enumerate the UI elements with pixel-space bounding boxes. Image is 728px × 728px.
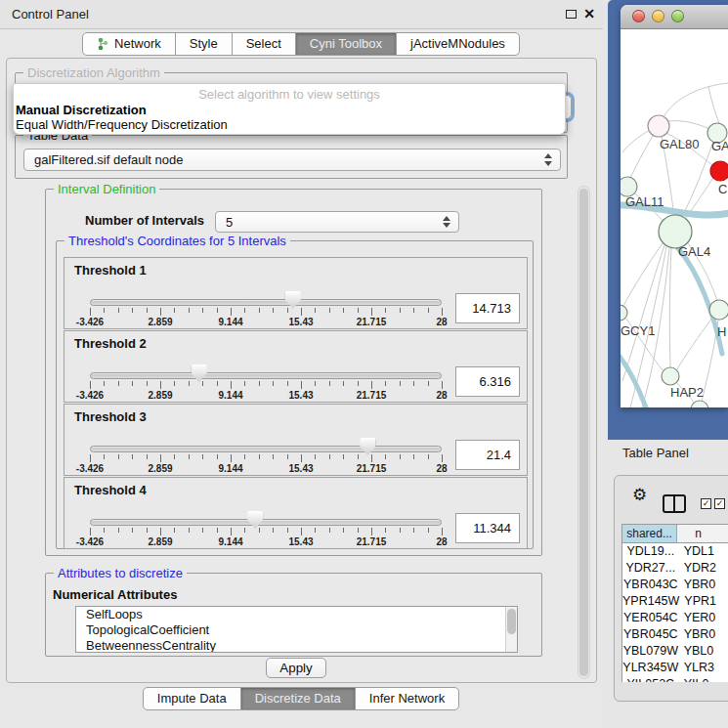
threshold-2-slider-thumb[interactable] xyxy=(192,364,207,382)
cell-name[interactable]: YDL1 xyxy=(679,543,728,560)
cell-name[interactable]: YER0 xyxy=(679,610,728,626)
threshold-3-value-field[interactable]: 21.4 xyxy=(455,440,520,470)
slider-tick xyxy=(287,308,288,313)
slider-tick xyxy=(385,528,386,533)
number-of-intervals-select[interactable]: 5 xyxy=(215,211,459,233)
cell-shared-name[interactable]: YER054C xyxy=(622,610,679,626)
numerical-attributes-list[interactable]: SelfLoopsTopologicalCoefficientBetweenne… xyxy=(75,606,518,653)
table-data-group: Table Data galFiltered.sif default node xyxy=(15,135,568,179)
attribute-list-item[interactable]: SelfLoops xyxy=(76,607,517,622)
threshold-4-value-field[interactable]: 11.344 xyxy=(455,513,520,543)
attribute-list-item[interactable]: BetweennessCentrality xyxy=(76,638,517,653)
slider-tick-label: 15.43 xyxy=(288,463,313,474)
threshold-1-value-field[interactable]: 14.713 xyxy=(455,293,520,323)
cell-shared-name[interactable]: YIL052C xyxy=(622,676,679,682)
table-row[interactable]: YDL19...YDL1 xyxy=(622,543,728,560)
tab-jactivemnodules[interactable]: jActiveMNodules xyxy=(396,32,520,56)
slider-tick-label: 21.715 xyxy=(357,390,387,401)
slider-tick xyxy=(343,454,344,459)
slider-tick xyxy=(132,454,133,459)
column-header-name[interactable]: n xyxy=(677,525,728,542)
threshold-2-value-field[interactable]: 6.316 xyxy=(455,366,520,397)
table-columns-icon[interactable] xyxy=(663,494,686,513)
column-header-shared[interactable]: shared... xyxy=(622,525,677,542)
network-node[interactable] xyxy=(709,300,728,320)
slider-tick xyxy=(287,381,288,386)
network-node-label: GA xyxy=(711,139,728,153)
cell-name[interactable]: YBR0 xyxy=(679,577,728,593)
checkbox-icon[interactable]: ✓ xyxy=(701,498,711,509)
content-scrollbar[interactable] xyxy=(578,186,590,679)
table-header-row: shared... n xyxy=(621,524,728,543)
tab-cyni-toolbox[interactable]: Cyni Toolbox xyxy=(295,32,397,56)
tab-infer-network[interactable]: Infer Network xyxy=(355,687,459,710)
algorithm-option-equal-width[interactable]: Equal Width/Frequency Discretization xyxy=(16,117,228,132)
threshold-1-slider-track[interactable] xyxy=(90,299,442,306)
threshold-3-slider-track[interactable] xyxy=(90,446,442,452)
threshold-2-slider-track[interactable] xyxy=(90,372,442,379)
cyni-toolbox-content: Discretization Algorithm Select algorith… xyxy=(6,58,597,683)
list-scrollbar[interactable] xyxy=(505,607,517,652)
table-row[interactable]: YLR345WYLR3 xyxy=(622,660,728,676)
slider-tick xyxy=(371,528,372,535)
network-node[interactable] xyxy=(621,177,637,196)
control-panel: Control Panel ✕ Network Style Select Cyn… xyxy=(0,0,603,728)
cell-name[interactable]: YIL0 xyxy=(679,676,728,682)
slider-tick xyxy=(189,528,190,533)
cell-name[interactable]: YDR2 xyxy=(679,560,728,577)
table-row[interactable]: YBR043CYBR0 xyxy=(622,577,728,593)
slider-tick xyxy=(231,528,232,535)
cell-shared-name[interactable]: YPR145W xyxy=(622,593,679,610)
slider-tick xyxy=(189,308,190,313)
table-row[interactable]: YDR27...YDR2 xyxy=(622,560,728,577)
network-node[interactable] xyxy=(710,161,728,181)
apply-button[interactable]: Apply xyxy=(266,658,326,678)
network-node[interactable] xyxy=(662,367,679,385)
slider-tick-label: 2.859 xyxy=(148,463,172,474)
table-row[interactable]: YIL052CYIL0 xyxy=(622,676,728,682)
float-window-icon[interactable] xyxy=(566,10,577,19)
tab-discretize-data[interactable]: Discretize Data xyxy=(240,687,356,710)
table-data-select[interactable]: galFiltered.sif default node xyxy=(23,149,561,171)
threshold-4-slider-thumb[interactable] xyxy=(247,511,263,529)
cell-name[interactable]: YBL0 xyxy=(679,643,728,660)
threshold-4-slider-track[interactable] xyxy=(90,519,442,526)
cell-name[interactable]: YPR1 xyxy=(679,593,728,610)
checkbox-icon[interactable]: ✓ xyxy=(714,498,725,509)
slider-tick xyxy=(442,454,443,462)
tab-network[interactable]: Network xyxy=(82,32,176,56)
cell-name[interactable]: YBR0 xyxy=(679,626,728,643)
threshold-1-slider-thumb[interactable] xyxy=(285,291,301,309)
network-node-label: GCY1 xyxy=(621,323,655,338)
table-row[interactable]: YPR145WYPR1 xyxy=(622,593,728,610)
close-traffic-light-icon[interactable] xyxy=(632,10,645,22)
slider-tick xyxy=(343,528,344,533)
network-node[interactable] xyxy=(659,215,692,248)
slider-tick xyxy=(147,528,148,533)
cell-shared-name[interactable]: YBR045C xyxy=(622,626,679,643)
cell-name[interactable]: YLR3 xyxy=(679,660,728,676)
gear-icon[interactable]: ⚙ xyxy=(632,485,647,505)
tab-select[interactable]: Select xyxy=(232,32,296,56)
network-window-titlebar[interactable] xyxy=(621,5,728,29)
attribute-list-item[interactable]: TopologicalCoefficient xyxy=(76,622,517,638)
table-row[interactable]: YER054CYER0 xyxy=(622,610,728,626)
algorithm-option-manual[interactable]: Manual Discretization xyxy=(16,103,147,117)
close-icon[interactable]: ✕ xyxy=(583,6,595,21)
cell-shared-name[interactable]: YBL079W xyxy=(622,643,679,660)
cell-shared-name[interactable]: YDR27... xyxy=(622,560,679,577)
table-row[interactable]: YBR045CYBR0 xyxy=(622,626,728,643)
network-canvas[interactable]: GAL80GACGAL11GAL4GCY1HHAP2 xyxy=(621,29,728,407)
table-row[interactable]: YBL079WYBL0 xyxy=(622,643,728,660)
tab-impute-data[interactable]: Impute Data xyxy=(143,687,241,710)
cell-shared-name[interactable]: YLR345W xyxy=(622,660,679,676)
tab-style[interactable]: Style xyxy=(175,32,233,56)
cell-shared-name[interactable]: YBR043C xyxy=(622,577,679,593)
network-node[interactable] xyxy=(648,115,669,137)
zoom-traffic-light-icon[interactable] xyxy=(671,10,684,22)
cell-shared-name[interactable]: YDL19... xyxy=(622,543,679,560)
threshold-3-slider-thumb[interactable] xyxy=(360,438,375,455)
minimize-traffic-light-icon[interactable] xyxy=(652,10,664,22)
slider-tick xyxy=(90,528,91,535)
network-node[interactable] xyxy=(621,305,627,321)
